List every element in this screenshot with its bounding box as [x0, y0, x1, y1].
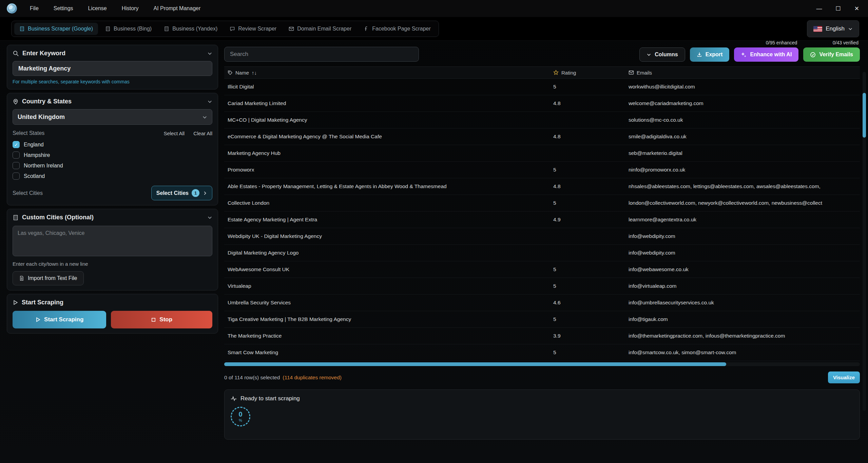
vertical-scrollbar[interactable]: [863, 72, 866, 411]
select-states-label: Select States: [13, 130, 44, 136]
import-button-label: Import from Text File: [28, 275, 77, 281]
cell-name: MC+CO | Digital Maketing Agency: [228, 117, 553, 123]
cell-emails: info@tigauk.com: [629, 316, 860, 322]
scraper-tab[interactable]: Business (Yandex): [159, 23, 223, 35]
cell-name: Marketing Agency Hub: [228, 150, 553, 156]
scraper-tab[interactable]: Business Scraper (Google): [14, 23, 98, 35]
rating-column-header[interactable]: Rating: [553, 70, 629, 76]
cell-name: Estate Agency Marketing | Agent Extra: [228, 217, 553, 223]
table-row[interactable]: Smart Cow Marketing 5 info@smartcow.co.u…: [224, 344, 860, 361]
cell-rating: 4.8: [553, 183, 629, 189]
select-cities-button[interactable]: Select Cities 1: [151, 186, 212, 200]
keyword-hint: For multiple searches, separate keywords…: [13, 79, 212, 84]
table-row[interactable]: The Marketing Practice 3.9 info@themarke…: [224, 328, 860, 344]
table-row[interactable]: eCommerce & Digital Marketing Agency @ T…: [224, 128, 860, 145]
progress-unit: %: [239, 419, 242, 422]
scraper-tab[interactable]: Review Scraper: [225, 23, 282, 35]
search-input[interactable]: [224, 47, 419, 62]
columns-button-label: Columns: [655, 52, 678, 58]
selection-count: 0 of 114 row(s) selected: [224, 375, 280, 381]
stop-button[interactable]: Stop: [111, 311, 212, 328]
main-panel: Columns Export 0/95 enhanced: [224, 45, 868, 463]
menu-settings[interactable]: Settings: [54, 5, 73, 12]
cell-emails: london@collectiveworld.com, newyork@coll…: [629, 200, 860, 206]
emails-column-header[interactable]: Emails: [629, 70, 860, 76]
language-selector[interactable]: English: [807, 20, 859, 37]
vertical-scrollbar-thumb[interactable]: [863, 93, 866, 138]
checkbox-icon[interactable]: [13, 173, 20, 180]
state-label: England: [24, 142, 44, 148]
table-row[interactable]: Webdipity UK - Digital Marketing Agency …: [224, 228, 860, 245]
table-row[interactable]: Illicit Digital 5 workwithus@illicitdigi…: [224, 79, 860, 95]
enhance-with-ai-button[interactable]: Enhance with AI: [734, 47, 798, 62]
checkbox-icon[interactable]: [13, 152, 20, 159]
menu-file[interactable]: File: [30, 5, 39, 12]
minimize-button[interactable]: —: [816, 6, 822, 12]
state-checkbox-row[interactable]: Northern Ireland: [13, 162, 212, 169]
building-icon: [13, 215, 19, 221]
custom-cities-textarea[interactable]: [13, 226, 212, 256]
country-select[interactable]: United Kingdom: [13, 109, 212, 125]
collapse-chevron-icon[interactable]: [207, 215, 212, 220]
menu-license[interactable]: License: [88, 5, 107, 12]
maximize-button[interactable]: ☐: [836, 6, 841, 12]
table-row[interactable]: Promoworx 5 ninfo@promoworx.co.uk: [224, 162, 860, 178]
table-row[interactable]: Estate Agency Marketing | Agent Extra 4.…: [224, 212, 860, 228]
table-row[interactable]: Digital Marketing Agency Logo info@webdi…: [224, 245, 860, 261]
cell-emails: info@smartcow.co.uk, simon@smart-cow.com: [629, 349, 860, 356]
cell-name: Virtualeap: [228, 283, 553, 289]
table-row[interactable]: Virtualeap 5 info@virtualeap.com: [224, 278, 860, 295]
collapse-chevron-icon[interactable]: [207, 99, 212, 104]
cell-rating: 5: [553, 349, 629, 356]
clear-all-button[interactable]: Clear All: [193, 130, 212, 136]
custom-cities-card: Custom Cities (Optional) Enter each city…: [7, 209, 218, 290]
scraper-tab[interactable]: Business (Bing): [100, 23, 157, 35]
state-checkbox-row[interactable]: Scotland: [13, 173, 212, 180]
table-row[interactable]: Cariad Marketing Limited 4.8 welcome@car…: [224, 95, 860, 112]
cell-rating: 5: [553, 84, 629, 90]
table-row[interactable]: MC+CO | Digital Maketing Agency solution…: [224, 112, 860, 128]
table-row[interactable]: Able Estates - Property Management, Lett…: [224, 178, 860, 195]
close-button[interactable]: ✕: [854, 6, 859, 12]
keyword-input[interactable]: [13, 61, 212, 76]
cell-rating: 4.9: [553, 217, 629, 223]
country-states-title: Country & States: [22, 98, 72, 105]
horizontal-scrollbar[interactable]: [224, 362, 860, 366]
menu-history[interactable]: History: [122, 5, 139, 12]
state-checkbox-row[interactable]: England: [13, 141, 212, 148]
checkbox-icon[interactable]: [13, 162, 20, 169]
import-from-text-file-button[interactable]: Import from Text File: [13, 271, 84, 285]
activity-icon: [231, 396, 237, 402]
cell-emails: info@webdipity.com: [629, 250, 860, 256]
checkbox-icon[interactable]: [13, 141, 20, 148]
columns-button[interactable]: Columns: [639, 47, 685, 62]
play-icon: [35, 317, 41, 322]
chevron-down-icon: [848, 26, 853, 31]
stop-square-icon: [151, 317, 156, 322]
custom-cities-hint: Enter each city/town in a new line: [13, 261, 212, 267]
select-all-button[interactable]: Select All: [163, 130, 185, 136]
menu-ai-prompt-manager[interactable]: AI Prompt Manager: [154, 5, 201, 12]
table-row[interactable]: Tiga Creative Marketing | The B2B Market…: [224, 311, 860, 328]
table-row[interactable]: Umbrella Security Services 4.6 info@umbr…: [224, 295, 860, 311]
progress-value: 0: [238, 411, 242, 418]
cell-rating: 5: [553, 283, 629, 289]
table-row[interactable]: Collective London 5 london@collectivewor…: [224, 195, 860, 212]
stop-button-label: Stop: [159, 316, 172, 323]
scraper-tab[interactable]: Domain Email Scraper: [284, 23, 356, 35]
export-button[interactable]: Export: [690, 47, 730, 62]
state-checkbox-row[interactable]: Hampshire: [13, 152, 212, 159]
start-scraping-button[interactable]: Start Scraping: [13, 311, 106, 328]
horizontal-scrollbar-thumb[interactable]: [224, 362, 726, 366]
mail-icon: [289, 26, 294, 32]
cell-name: Able Estates - Property Management, Lett…: [228, 183, 553, 189]
table-row[interactable]: Marketing Agency Hub seb@marketerio.digi…: [224, 145, 860, 162]
scraper-tab[interactable]: Facebook Page Scraper: [359, 23, 436, 35]
collapse-chevron-icon[interactable]: [207, 51, 212, 56]
state-label: Scotland: [24, 173, 45, 179]
name-column-header[interactable]: Name ↑↓: [228, 70, 553, 76]
verify-emails-button[interactable]: Verify Emails: [803, 47, 860, 62]
cell-name: Collective London: [228, 200, 553, 206]
visualize-button[interactable]: Visualize: [828, 371, 860, 383]
table-row[interactable]: WebAwesome Consult UK 5 info@webawesome.…: [224, 261, 860, 278]
